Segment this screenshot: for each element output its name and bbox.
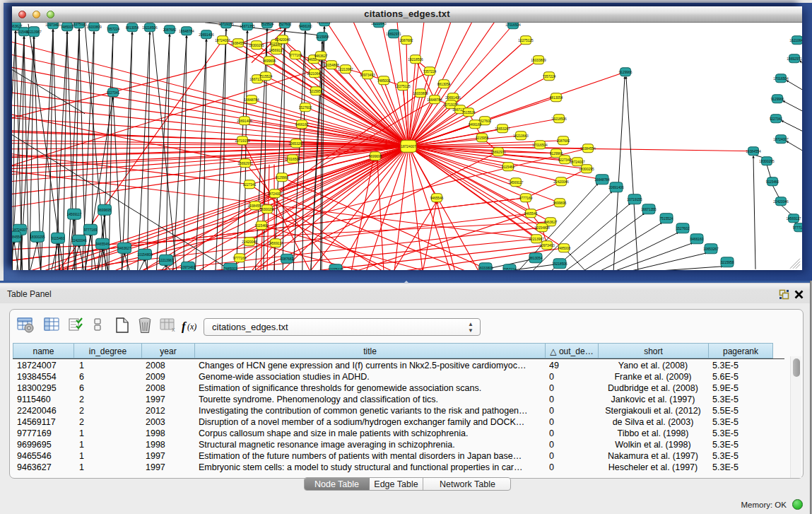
- svg-text:18724007: 18724007: [401, 144, 416, 148]
- svg-text:12275125: 12275125: [71, 23, 87, 26]
- svg-text:2087682: 2087682: [281, 257, 294, 260]
- svg-text:7357224: 7357224: [107, 27, 120, 30]
- svg-text:10973493: 10973493: [360, 73, 375, 76]
- svg-text:9129966: 9129966: [619, 70, 632, 74]
- svg-text:9465546: 9465546: [524, 211, 538, 215]
- svg-text:9129966: 9129966: [550, 151, 563, 155]
- svg-text:20691406: 20691406: [199, 33, 214, 36]
- svg-text:7515524: 7515524: [660, 216, 673, 220]
- svg-text:16648784: 16648784: [427, 98, 442, 101]
- svg-text:12213967: 12213967: [529, 237, 544, 240]
- svg-text:6466160: 6466160: [469, 122, 482, 126]
- svg-text:15692971: 15692971: [490, 150, 506, 153]
- svg-text:10154808: 10154808: [534, 226, 550, 229]
- svg-text:14569117: 14569117: [269, 48, 284, 52]
- svg-text:18724007: 18724007: [267, 192, 283, 195]
- svg-text:18724007: 18724007: [570, 160, 585, 163]
- svg-text:17016504: 17016504: [285, 157, 300, 160]
- svg-text:12213967: 12213967: [158, 258, 174, 262]
- svg-text:14569117: 14569117: [269, 241, 283, 245]
- svg-text:x: x: [172, 326, 175, 333]
- svg-text:7357224: 7357224: [503, 267, 517, 269]
- svg-text:7357224: 7357224: [543, 74, 556, 78]
- svg-text:10973493: 10973493: [539, 243, 555, 247]
- svg-text:10719155: 10719155: [627, 197, 642, 201]
- svg-text:8813054: 8813054: [126, 25, 139, 29]
- svg-text:9463627: 9463627: [118, 246, 131, 250]
- svg-text:15692971: 15692971: [237, 161, 253, 165]
- svg-text:14569117: 14569117: [787, 216, 801, 220]
- svg-text:9699695: 9699695: [98, 208, 112, 211]
- svg-text:10154808: 10154808: [324, 63, 339, 66]
- svg-text:16648784: 16648784: [244, 98, 259, 101]
- svg-text:9699695: 9699695: [553, 201, 567, 204]
- svg-text:22420046: 22420046: [275, 37, 290, 41]
- svg-text:1527602: 1527602: [278, 23, 292, 26]
- svg-text:18300295: 18300295: [30, 235, 45, 238]
- svg-text:7485003: 7485003: [377, 78, 391, 82]
- svg-text:9115460: 9115460: [52, 236, 65, 240]
- svg-text:18300295: 18300295: [579, 167, 594, 170]
- svg-text:9115460: 9115460: [766, 180, 779, 183]
- svg-text:6466160: 6466160: [295, 122, 309, 126]
- svg-text:8813054: 8813054: [550, 95, 563, 99]
- svg-text:18724007: 18724007: [773, 137, 789, 141]
- svg-text:10973493: 10973493: [180, 265, 196, 269]
- svg-text:10719155: 10719155: [218, 23, 234, 26]
- svg-text:16033809: 16033809: [413, 91, 428, 95]
- svg-text:16210643: 16210643: [513, 134, 529, 137]
- svg-text:7515524: 7515524: [261, 23, 274, 26]
- svg-text:10154808: 10154808: [137, 252, 153, 256]
- svg-text:2087682: 2087682: [400, 38, 413, 42]
- svg-text:9699695: 9699695: [263, 59, 276, 62]
- svg-text:3215958: 3215958: [316, 35, 329, 38]
- svg-text:19384554: 19384554: [580, 146, 596, 150]
- svg-text:9465546: 9465546: [430, 196, 444, 199]
- svg-text:10653267: 10653267: [495, 127, 510, 130]
- svg-text:19218506: 19218506: [142, 25, 158, 29]
- svg-text:19218506: 19218506: [408, 57, 423, 61]
- svg-text:16210643: 16210643: [789, 38, 802, 42]
- svg-text:16648784: 16648784: [594, 177, 610, 181]
- svg-text:1527602: 1527602: [299, 105, 312, 109]
- svg-text:9227341: 9227341: [107, 90, 120, 94]
- svg-text:6466160: 6466160: [299, 24, 312, 28]
- svg-text:19384554: 19384554: [746, 149, 761, 153]
- svg-text:9465546: 9465546: [96, 242, 110, 245]
- svg-text:12275125: 12275125: [518, 38, 534, 42]
- svg-text:7485003: 7485003: [558, 246, 571, 250]
- svg-text:17016504: 17016504: [505, 23, 521, 26]
- svg-text:22420046: 22420046: [242, 240, 257, 243]
- svg-text:16033809: 16033809: [531, 58, 546, 62]
- svg-text:9777169: 9777169: [84, 228, 98, 231]
- svg-text:8813054: 8813054: [437, 82, 451, 86]
- svg-text:12213967: 12213967: [338, 67, 353, 71]
- svg-text:3215958: 3215958: [310, 89, 323, 93]
- svg-text:7515524: 7515524: [462, 110, 476, 114]
- svg-text:15692971: 15692971: [787, 57, 802, 60]
- svg-text:14569117: 14569117: [67, 212, 82, 216]
- svg-text:6466160: 6466160: [690, 237, 704, 240]
- svg-text:10653267: 10653267: [703, 247, 719, 250]
- svg-text:16210643: 16210643: [307, 71, 322, 75]
- svg-text:16648784: 16648784: [179, 29, 194, 33]
- svg-text:12213967: 12213967: [26, 30, 42, 33]
- svg-text:8813054: 8813054: [529, 256, 543, 259]
- svg-text:17016504: 17016504: [773, 76, 789, 80]
- svg-text:9463627: 9463627: [314, 54, 328, 57]
- svg-text:7485003: 7485003: [224, 267, 237, 269]
- svg-text:3215958: 3215958: [476, 136, 489, 139]
- svg-text:16671355: 16671355: [641, 207, 657, 211]
- svg-text:18300295: 18300295: [259, 207, 275, 211]
- svg-text:2087682: 2087682: [163, 28, 177, 31]
- svg-text:9115460: 9115460: [255, 223, 269, 227]
- svg-text:9227341: 9227341: [770, 117, 783, 120]
- svg-text:9777169: 9777169: [289, 53, 302, 57]
- svg-text:19384554: 19384554: [230, 41, 246, 45]
- svg-text:22420046: 22420046: [773, 199, 789, 203]
- svg-text:16210643: 16210643: [371, 23, 387, 25]
- svg-text:19218506: 19218506: [552, 262, 567, 265]
- svg-text:12275125: 12275125: [395, 84, 411, 88]
- svg-text:7357224: 7357224: [423, 69, 437, 73]
- svg-text:15692971: 15692971: [386, 32, 401, 35]
